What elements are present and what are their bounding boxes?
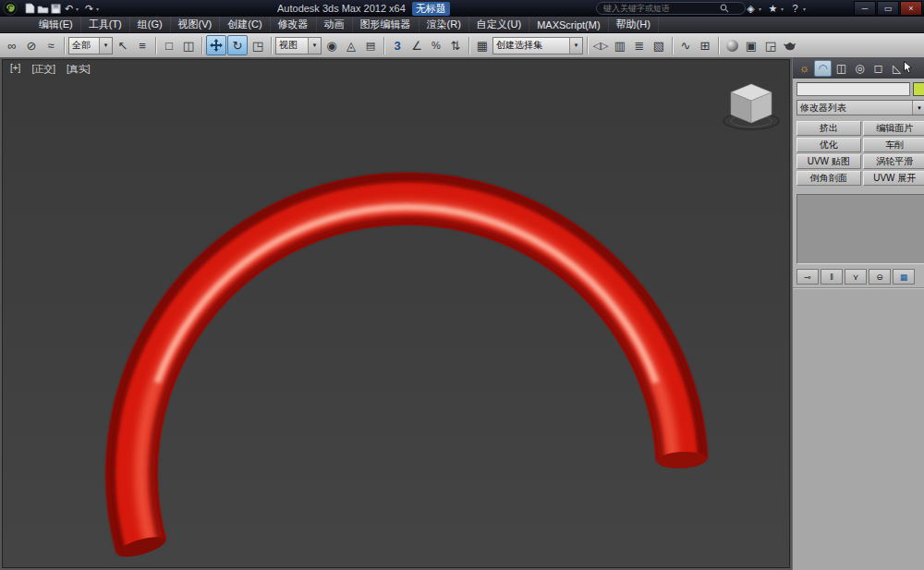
spinner-snap-icon[interactable]: ⇅ — [446, 36, 465, 55]
bind-to-space-warp-icon[interactable]: ≈ — [42, 36, 60, 55]
snap-toggle-3d-icon[interactable]: 3 — [388, 36, 407, 55]
modifier-button-bevel-profile[interactable]: 倒角剖面 — [796, 171, 861, 186]
open-file-icon[interactable] — [37, 2, 49, 16]
modifier-button-lathe[interactable]: 车削 — [863, 138, 924, 152]
3ds-max-logo-icon — [3, 1, 18, 16]
use-pivot-center-icon[interactable]: ◉ — [322, 36, 341, 55]
menu-animation[interactable]: 动画 — [317, 17, 353, 32]
angle-snap-icon[interactable]: ∠ — [407, 36, 426, 55]
menu-views[interactable]: 视图(V) — [171, 17, 221, 32]
save-file-icon[interactable] — [50, 2, 62, 16]
menu-tools[interactable]: 工具(T) — [81, 17, 130, 32]
modifier-button-unwrap-uvw[interactable]: UVW 展开 — [863, 171, 924, 186]
redo-dropdown-caret[interactable]: ▾ — [96, 6, 103, 12]
viewport-shading-label[interactable]: [真实] — [67, 63, 91, 76]
layer-manager-icon[interactable]: ≣ — [630, 36, 649, 55]
select-by-name-icon[interactable]: ≡ — [133, 36, 152, 55]
favorites-icon[interactable]: ★ — [767, 2, 779, 16]
viewcube[interactable] — [723, 84, 779, 129]
render-production-icon[interactable] — [781, 36, 799, 55]
chevron-down-icon[interactable]: ▼ — [99, 38, 112, 54]
menu-create[interactable]: 创建(C) — [220, 17, 270, 32]
tab-display-icon[interactable]: ◻ — [869, 60, 887, 77]
rendered-frame-window-icon[interactable]: ◲ — [761, 36, 780, 55]
chevron-down-icon[interactable]: ▼ — [912, 101, 924, 115]
viewport-pov-label[interactable]: [正交] — [31, 63, 55, 76]
pin-stack-icon[interactable]: ⊸ — [796, 269, 819, 285]
show-end-result-icon[interactable]: ‖ — [821, 269, 843, 285]
schematic-view-icon[interactable]: ⊞ — [696, 36, 714, 55]
maximize-button[interactable]: ▭ — [877, 1, 899, 16]
selection-filter-combo[interactable]: 全部 ▼ — [68, 37, 113, 55]
red-tube-arc[interactable] — [111, 178, 707, 562]
material-editor-icon[interactable] — [723, 36, 741, 55]
reference-coordinate-combo[interactable]: 视图 ▼ — [275, 37, 322, 55]
help-caret[interactable]: ▾ — [803, 6, 809, 12]
select-object-icon[interactable]: ↖ — [114, 36, 132, 55]
tab-hierarchy-icon[interactable]: ◫ — [833, 60, 850, 77]
viewport-general-menu[interactable]: [+] — [10, 63, 20, 76]
toolbar-separator — [718, 37, 719, 55]
configure-modifier-sets-icon[interactable]: ▦ — [893, 269, 915, 285]
select-and-manipulate-icon[interactable]: ◬ — [342, 36, 360, 55]
menu-edit[interactable]: 编辑(E) — [31, 17, 81, 32]
select-and-rotate-icon[interactable]: ↻ — [227, 35, 248, 55]
menu-group[interactable]: 组(G) — [130, 17, 171, 32]
select-and-move-icon[interactable] — [206, 35, 226, 55]
new-scene-icon[interactable] — [24, 2, 36, 16]
select-and-link-icon[interactable]: ∞ — [3, 36, 21, 55]
menu-help[interactable]: 帮助(H) — [609, 17, 659, 32]
render-setup-icon[interactable]: ▣ — [742, 36, 760, 55]
object-name-field[interactable] — [796, 82, 910, 96]
modifier-button-edit-patch[interactable]: 编辑面片 — [863, 121, 924, 136]
title-bar: ↶ ▾ ↷ ▾ Autodesk 3ds Max 2012 x64 无标题 ◈ … — [0, 0, 924, 17]
align-icon[interactable]: ▥ — [611, 36, 629, 55]
tab-motion-icon[interactable]: ◎ — [851, 60, 869, 77]
object-color-swatch[interactable] — [913, 82, 924, 96]
modifier-button-uvw-map[interactable]: UVW 贴图 — [796, 154, 861, 169]
modifier-button-extrude[interactable]: 挤出 — [796, 121, 861, 136]
undo-dropdown-caret[interactable]: ▾ — [76, 6, 82, 12]
edit-named-selections-icon[interactable]: ▦ — [473, 36, 492, 55]
selection-filter-value: 全部 — [69, 39, 99, 52]
percent-snap-icon[interactable]: % — [427, 36, 445, 55]
tab-create-icon[interactable]: ☼ — [796, 60, 813, 77]
communication-center-icon[interactable]: ◈ — [745, 2, 757, 16]
viewport-frame: [+] [正交] [真实] — [0, 57, 792, 570]
make-unique-icon[interactable]: ⋎ — [845, 269, 867, 285]
menu-modifiers[interactable]: 修改器 — [271, 17, 317, 32]
search-icon[interactable] — [720, 4, 729, 13]
remove-modifier-icon[interactable]: ⊖ — [869, 269, 891, 285]
graphite-ribbon-icon[interactable]: ▧ — [650, 36, 668, 55]
viewport-orthographic[interactable]: [+] [正交] [真实] — [2, 59, 790, 568]
favorites-caret[interactable]: ▾ — [781, 6, 787, 12]
help-icon[interactable]: ? — [789, 2, 801, 16]
chevron-down-icon[interactable]: ▼ — [308, 38, 321, 54]
named-selection-set-combo[interactable]: 创建选择集 ▼ — [492, 37, 583, 55]
select-and-scale-icon[interactable]: ◳ — [249, 36, 267, 55]
modifier-stack[interactable] — [796, 194, 924, 264]
search-input[interactable] — [602, 3, 720, 14]
app-logo[interactable] — [0, 0, 20, 17]
undo-icon[interactable]: ↶ — [63, 2, 75, 16]
menu-graph-editors[interactable]: 图形编辑器 — [353, 17, 419, 32]
modifier-list-dropdown[interactable]: 修改器列表 ▼ — [796, 100, 924, 115]
keyboard-override-icon[interactable]: ▤ — [361, 36, 380, 55]
rect-selection-region-icon[interactable]: □ — [160, 36, 178, 55]
window-crossing-icon[interactable]: ◫ — [179, 36, 198, 55]
minimize-button[interactable]: ─ — [854, 1, 876, 16]
mirror-icon[interactable]: ◁▷ — [591, 36, 610, 55]
menu-maxscript[interactable]: MAXScript(M) — [529, 17, 608, 32]
communication-caret[interactable]: ▾ — [759, 6, 765, 12]
menu-customize[interactable]: 自定义(U) — [469, 17, 529, 32]
chevron-down-icon[interactable]: ▼ — [569, 38, 582, 54]
modifier-button-turbosmooth[interactable]: 涡轮平滑 — [863, 154, 924, 169]
close-button[interactable]: × — [900, 1, 922, 16]
modifier-button-optimize[interactable]: 优化 — [796, 138, 861, 152]
unlink-selection-icon[interactable]: ⊘ — [22, 36, 41, 55]
curve-editor-icon[interactable]: ∿ — [676, 36, 695, 55]
redo-icon[interactable]: ↷ — [83, 2, 95, 16]
menu-rendering[interactable]: 渲染(R) — [419, 17, 469, 32]
tab-modify-icon[interactable]: ◠ — [814, 60, 832, 77]
toolbar-separator — [383, 37, 384, 55]
